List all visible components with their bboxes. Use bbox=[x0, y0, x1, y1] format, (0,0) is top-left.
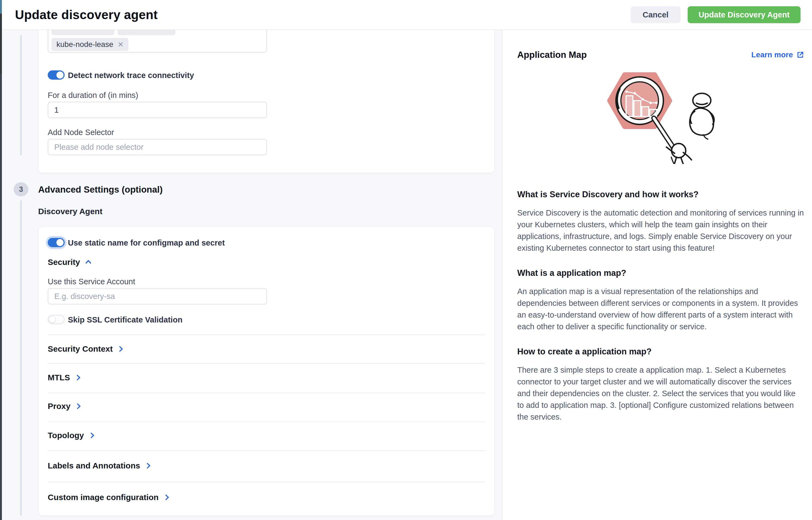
learn-more-link[interactable]: Learn more bbox=[752, 50, 805, 59]
section-label: MTLS bbox=[48, 373, 70, 382]
divider bbox=[48, 482, 485, 482]
toggle-knob bbox=[49, 316, 56, 323]
chevron-right-icon bbox=[75, 374, 82, 382]
step-3-badge: 3 bbox=[13, 182, 28, 197]
node-selector-label: Add Node Selector bbox=[48, 128, 114, 137]
update-discovery-agent-button[interactable]: Update Discovery Agent bbox=[688, 6, 801, 23]
section-label: Proxy bbox=[48, 401, 70, 411]
section-labels-annotations[interactable]: Labels and Annotations bbox=[48, 461, 152, 470]
static-name-label: Use static name for configmap and secret bbox=[68, 238, 225, 248]
divider bbox=[48, 450, 485, 451]
chevron-right-icon bbox=[117, 345, 125, 353]
security-section-label: Security bbox=[48, 258, 80, 267]
divider bbox=[48, 363, 485, 364]
divider bbox=[48, 421, 485, 422]
info-heading: What is a application map? bbox=[517, 268, 804, 278]
background-page-sliver bbox=[0, 0, 2, 520]
section-custom-image[interactable]: Custom image configuration bbox=[48, 493, 171, 502]
info-heading: How to create a application map? bbox=[517, 347, 804, 357]
service-account-label: Use this Service Account bbox=[48, 277, 135, 286]
section-security-context[interactable]: Security Context bbox=[48, 344, 125, 354]
chevron-right-icon bbox=[75, 402, 82, 410]
toggle-knob bbox=[56, 72, 63, 79]
modal-header: Update discovery agent Cancel Update Dis… bbox=[2, 0, 812, 30]
duration-input[interactable] bbox=[48, 102, 267, 118]
namespace-tag: kube-node-lease ✕ bbox=[52, 38, 129, 51]
figure-standing bbox=[690, 93, 714, 139]
info-sections: What is Service Discovery and how it wor… bbox=[517, 190, 804, 437]
node-selector-input[interactable] bbox=[48, 139, 267, 155]
namespace-tag-label: kube-node-lease bbox=[56, 40, 113, 49]
cancel-button[interactable]: Cancel bbox=[631, 6, 681, 23]
advanced-settings-title: Advanced Settings (optional) bbox=[38, 184, 163, 195]
section-label: Security Context bbox=[48, 344, 113, 354]
learn-more-label: Learn more bbox=[752, 50, 793, 59]
background-accent-strip bbox=[0, 0, 2, 14]
static-name-toggle[interactable] bbox=[48, 238, 64, 247]
remove-tag-icon[interactable]: ✕ bbox=[118, 41, 124, 48]
detect-network-trace-label: Detect network trace connectivity bbox=[68, 71, 194, 80]
application-map-illustration bbox=[593, 70, 722, 164]
advanced-settings-card: Use static name for configmap and secret… bbox=[38, 227, 495, 516]
service-account-input[interactable] bbox=[48, 288, 267, 305]
divider bbox=[48, 335, 485, 335]
chevron-right-icon bbox=[144, 462, 152, 470]
chevron-up-icon bbox=[84, 258, 92, 266]
section-proxy[interactable]: Proxy bbox=[48, 401, 82, 411]
duration-label: For a duration of (in mins) bbox=[48, 91, 138, 100]
chevron-right-icon bbox=[163, 494, 171, 501]
section-label: Labels and Annotations bbox=[48, 461, 140, 470]
security-section-header[interactable]: Security bbox=[48, 258, 92, 267]
divider bbox=[48, 393, 485, 393]
section-mtls[interactable]: MTLS bbox=[48, 373, 82, 382]
section-label: Custom image configuration bbox=[48, 493, 159, 502]
page-title: Update discovery agent bbox=[15, 7, 158, 22]
application-map-panel: Application Map Learn more bbox=[502, 30, 812, 520]
application-map-title: Application Map bbox=[517, 50, 587, 60]
step-connector-bottom bbox=[20, 200, 22, 516]
discovery-agent-subtitle: Discovery Agent bbox=[38, 207, 103, 216]
step-connector-top bbox=[20, 35, 22, 156]
external-link-icon bbox=[796, 51, 804, 59]
chevron-right-icon bbox=[88, 432, 96, 439]
section-topology[interactable]: Topology bbox=[48, 431, 96, 440]
skip-ssl-label: Skip SSL Certificate Validation bbox=[68, 315, 183, 324]
toggle-knob bbox=[56, 239, 63, 246]
info-heading: What is Service Discovery and how it wor… bbox=[517, 190, 804, 200]
info-paragraph: An application map is a visual represent… bbox=[517, 286, 804, 333]
skip-ssl-toggle[interactable] bbox=[48, 315, 64, 324]
network-trace-card: kube-node-lease ✕ Detect network trace c… bbox=[38, 16, 495, 173]
detect-network-trace-toggle[interactable] bbox=[48, 70, 64, 80]
background-dark-strip bbox=[0, 14, 2, 74]
info-paragraph: Service Discovery is the automatic detec… bbox=[517, 207, 804, 254]
info-paragraph: There are 3 simple steps to create a app… bbox=[517, 364, 804, 423]
section-label: Topology bbox=[48, 431, 84, 440]
